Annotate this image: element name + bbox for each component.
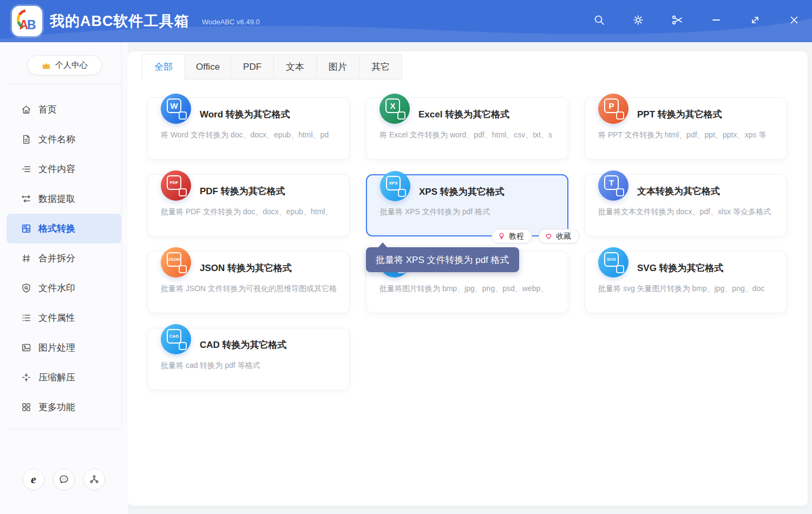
settings-button[interactable] — [631, 13, 645, 27]
sidebar-item-label: 文件内容 — [38, 163, 75, 175]
sidebar-item-file-content[interactable]: 文件内容 — [6, 154, 121, 184]
card-xps-convert[interactable]: XPS XPS 转换为其它格式 批量将 XPS 文件转换为 pdf 格式 教程 … — [366, 174, 568, 236]
heart-icon — [545, 232, 553, 240]
feedback-chat-button[interactable] — [53, 469, 75, 490]
card-title: CAD 转换为其它格式 — [200, 339, 287, 351]
card-svg-convert[interactable]: SVG SVG 转换为其它格式 批量将 svg 矢量图片转换为 bmp、jpg、… — [585, 251, 787, 313]
tab-office[interactable]: Office — [185, 54, 231, 80]
file-name-icon — [21, 134, 32, 145]
excel-convert-icon: X — [379, 94, 410, 124]
card-text-convert[interactable]: T 文本转换为其它格式 批量将文本文件转换为 docx、pdf、xlsx 等众多… — [585, 174, 787, 236]
sidebar-item-label: 文件名称 — [38, 133, 75, 146]
card-title: JSON 转换为其它格式 — [200, 262, 292, 274]
minimize-button[interactable] — [709, 13, 723, 27]
merge-split-icon — [21, 253, 32, 264]
tool-card-grid: W Word 转换为其它格式 将 Word 文件转换为 doc、docx、epu… — [147, 97, 787, 390]
favorite-button[interactable]: 收藏 — [539, 229, 579, 243]
sidebar-item-home[interactable]: 首页 — [6, 95, 121, 124]
sidebar-divider-top — [5, 84, 121, 84]
gear-icon — [632, 14, 644, 26]
card-ppt-convert[interactable]: P PPT 转换为其它格式 将 PPT 文件转换为 html、pdf、ppt、p… — [585, 97, 787, 160]
sidebar-item-merge-split[interactable]: 合并拆分 — [6, 243, 121, 273]
sidebar-divider-vertical — [121, 42, 122, 427]
maximize-icon — [749, 14, 761, 26]
minimize-icon — [710, 14, 722, 26]
card-json-convert[interactable]: JSON JSON 转换为其它格式 批量将 JSON 文件转换为可视化的思维导图… — [147, 251, 350, 313]
xps-tooltip: 批量将 XPS 文件转换为 pdf 格式 — [366, 247, 519, 272]
sidebar-item-more-features[interactable]: 更多功能 — [6, 392, 121, 422]
pdf-convert-icon: PDF — [161, 170, 191, 201]
sidebar-item-file-props[interactable]: 文件属性 — [6, 303, 121, 333]
sidebar-item-watermark[interactable]: 文件水印 — [6, 273, 121, 303]
sidebar-item-label: 更多功能 — [38, 401, 75, 413]
data-extract-icon — [21, 193, 32, 205]
tab-all[interactable]: 全部 — [142, 54, 185, 80]
text-convert-icon: T — [598, 170, 628, 201]
tab-pdf[interactable]: PDF — [231, 54, 274, 80]
file-content-icon — [21, 163, 32, 175]
svg-convert-icon: SVG — [598, 247, 628, 278]
tab-other[interactable]: 其它 — [359, 54, 402, 80]
card-description: 批量将 svg 矢量图片转换为 bmp、jpg、png、doc — [598, 284, 782, 294]
sidebar-item-label: 文件属性 — [38, 312, 75, 324]
tab-image[interactable]: 图片 — [316, 54, 359, 80]
card-hover-actions: 教程 收藏 — [492, 229, 579, 243]
browser-link-button[interactable]: e — [23, 469, 44, 490]
personal-center-label: 个人中心 — [55, 60, 88, 70]
search-button[interactable] — [592, 13, 606, 27]
card-title: SVG 转换为其它格式 — [637, 262, 724, 274]
sidebar-item-data-extract[interactable]: 数据提取 — [6, 184, 121, 214]
logo-letter-a: A — [19, 18, 27, 32]
close-icon — [788, 14, 800, 26]
sidebar-item-image-process[interactable]: 图片处理 — [6, 333, 121, 363]
card-description: 将 Excel 文件转换为 word、pdf、html、csv、txt、s — [379, 130, 564, 140]
sidebar-item-label: 合并拆分 — [38, 252, 75, 265]
card-word-convert[interactable]: W Word 转换为其它格式 将 Word 文件转换为 doc、docx、epu… — [147, 97, 350, 160]
maximize-button[interactable] — [748, 13, 762, 27]
scissors-icon — [671, 14, 683, 26]
sidebar: 个人中心 首页 文件名称 文件内容 数据提取 格式转换 合并拆分 文 — [0, 42, 128, 514]
logo-letter-b: B — [27, 18, 35, 32]
sidebar-item-label: 压缩解压 — [38, 371, 75, 384]
sidebar-item-label: 格式转换 — [38, 222, 75, 235]
lightbulb-icon — [497, 232, 506, 240]
card-cad-convert[interactable]: CAD CAD 转换为其它格式 批量将 cad 转换为 pdf 等格式 — [147, 328, 350, 390]
tutorial-button[interactable]: 教程 — [492, 229, 532, 243]
json-convert-icon: JSON — [161, 247, 191, 278]
share-network-icon — [89, 474, 100, 485]
card-title: PPT 转换为其它格式 — [637, 108, 722, 121]
chat-bubble-icon — [58, 474, 69, 485]
ppt-convert-icon: P — [598, 94, 628, 124]
search-icon — [593, 14, 605, 26]
sidebar-item-label: 文件水印 — [38, 282, 75, 294]
card-pdf-convert[interactable]: PDF PDF 转换为其它格式 批量将 PDF 文件转换为 doc、docx、e… — [147, 174, 350, 236]
sidebar-item-compress[interactable]: 压缩解压 — [6, 363, 121, 392]
sidebar-item-file-name[interactable]: 文件名称 — [6, 124, 121, 154]
file-props-icon — [21, 312, 32, 324]
word-convert-icon: W — [161, 94, 191, 124]
share-button[interactable] — [83, 469, 105, 490]
card-description: 批量将 PDF 文件转换为 doc、docx、epub、html、 — [161, 207, 345, 217]
sidebar-item-label: 图片处理 — [38, 341, 75, 354]
sidebar-item-format-convert[interactable]: 格式转换 — [6, 214, 121, 243]
cad-convert-icon: CAD — [161, 324, 191, 354]
format-convert-icon — [21, 223, 32, 234]
card-excel-convert[interactable]: X Excel 转换为其它格式 将 Excel 文件转换为 word、pdf、h… — [366, 97, 568, 160]
card-description: 批量将图片转换为 bmp、jpg、png、psd、webp、 — [379, 284, 564, 294]
card-title: XPS 转换为其它格式 — [419, 186, 505, 198]
category-tabs: 全部 Office PDF 文本 图片 其它 — [142, 54, 402, 80]
personal-center-button[interactable]: 个人中心 — [27, 55, 102, 75]
tab-text[interactable]: 文本 — [273, 54, 317, 80]
card-description: 批量将 XPS 文件转换为 pdf 格式 — [380, 207, 563, 217]
card-title: Excel 转换为其它格式 — [418, 108, 509, 121]
screenshot-button[interactable] — [670, 13, 684, 27]
close-button[interactable] — [787, 13, 801, 27]
compress-icon — [21, 372, 32, 383]
crown-icon — [41, 61, 51, 70]
app-logo: AB — [12, 6, 42, 36]
sidebar-nav: 首页 文件名称 文件内容 数据提取 格式转换 合并拆分 文件水印 文件属性 — [6, 95, 121, 422]
sidebar-item-label: 首页 — [38, 103, 57, 116]
card-description: 批量将文本文件转换为 docx、pdf、xlsx 等众多格式 — [598, 207, 782, 217]
xps-convert-icon: XPS — [380, 171, 410, 201]
main-panel: 全部 Office PDF 文本 图片 其它 W Word 转换为其它格式 将 … — [128, 51, 808, 506]
